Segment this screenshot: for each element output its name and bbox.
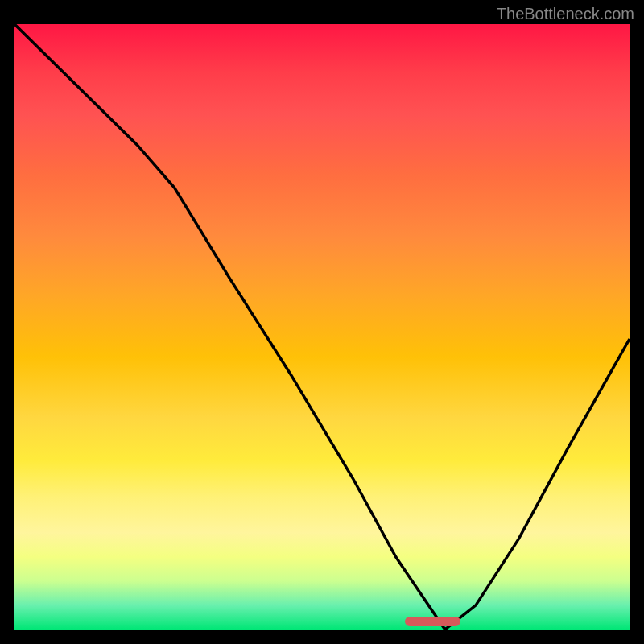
curve-svg bbox=[14, 24, 630, 630]
watermark-text: TheBottleneck.com bbox=[497, 5, 634, 23]
chart-area bbox=[14, 24, 630, 630]
bottleneck-curve bbox=[14, 24, 630, 630]
optimal-marker bbox=[405, 617, 460, 626]
